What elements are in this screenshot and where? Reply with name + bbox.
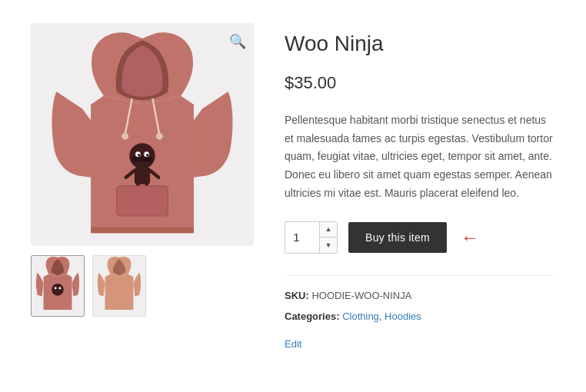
main-image: 🔍 [31, 23, 254, 246]
arrow-indicator: ← [461, 223, 479, 252]
svg-point-2 [122, 133, 128, 140]
product-image [31, 23, 254, 246]
buy-button[interactable]: Buy this item [348, 222, 447, 253]
svg-point-16 [52, 284, 64, 296]
product-info: Woo Ninja $35.00 Pellentesque habitant m… [285, 23, 555, 369]
thumbnail-list [31, 255, 254, 317]
quantity-up-button[interactable]: ▲ [320, 222, 337, 238]
quantity-arrows: ▲ ▼ [319, 222, 337, 253]
quantity-wrapper: ▲ ▼ [285, 221, 338, 254]
svg-point-3 [156, 133, 163, 140]
sku-value: HOODIE-WOO-NINJA [311, 290, 411, 301]
sku-label: SKU: [285, 290, 309, 301]
svg-point-7 [138, 154, 140, 156]
svg-rect-10 [135, 167, 150, 184]
category-link-clothing[interactable]: Clothing [342, 311, 379, 322]
svg-point-18 [58, 287, 61, 289]
product-price: $35.00 [285, 69, 555, 96]
svg-rect-15 [91, 227, 194, 233]
svg-point-4 [129, 143, 155, 168]
svg-point-8 [146, 154, 148, 156]
product-page: 🔍 [0, 0, 586, 392]
svg-point-17 [55, 287, 57, 289]
categories-row: Categories: Clothing, Hoodies [285, 309, 555, 325]
quantity-down-button[interactable]: ▼ [320, 238, 337, 253]
zoom-icon[interactable]: 🔍 [229, 31, 246, 53]
thumbnail-2[interactable] [92, 255, 146, 317]
edit-link[interactable]: Edit [285, 337, 301, 353]
svg-rect-9 [132, 157, 153, 162]
category-link-hoodies[interactable]: Hoodies [385, 311, 421, 322]
product-meta: SKU: HOODIE-WOO-NINJA Categories: Clothi… [285, 275, 555, 353]
product-description: Pellentesque habitant morbi tristique se… [285, 111, 555, 203]
edit-row: Edit [285, 329, 555, 353]
sku-row: SKU: HOODIE-WOO-NINJA [285, 288, 555, 304]
thumbnail-1[interactable] [31, 255, 85, 317]
add-to-cart-row: ▲ ▼ Buy this item ← [285, 221, 555, 254]
product-title: Woo Ninja [285, 31, 555, 57]
quantity-input[interactable] [285, 222, 319, 253]
categories-label: Categories: [285, 311, 340, 322]
product-gallery: 🔍 [31, 23, 254, 369]
